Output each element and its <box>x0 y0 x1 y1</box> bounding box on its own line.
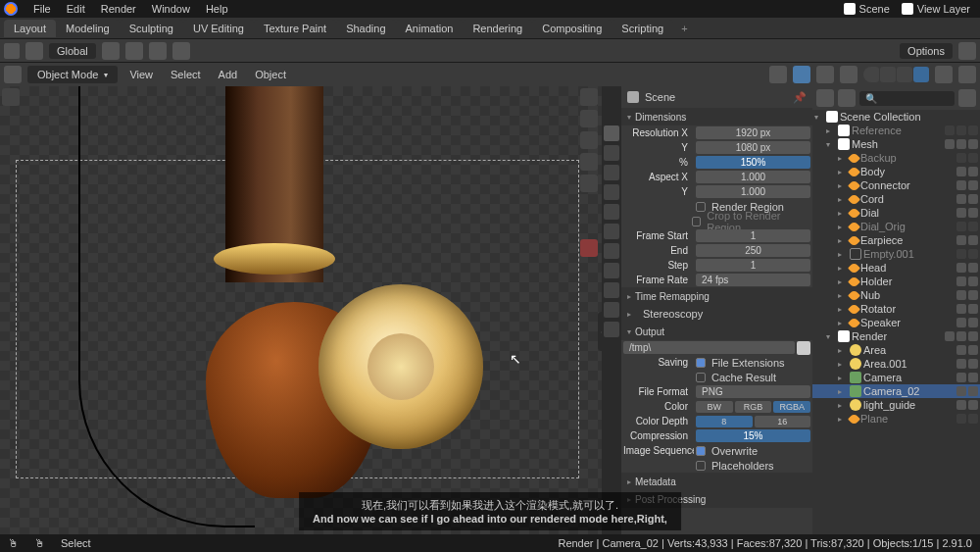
compression-field[interactable]: 15% <box>696 429 810 442</box>
eye-icon[interactable] <box>956 373 966 382</box>
prop-tab-physics-icon[interactable] <box>604 263 619 278</box>
section-output[interactable]: Output <box>621 323 812 340</box>
options-dropdown[interactable]: Options <box>900 43 953 59</box>
outliner-item[interactable]: Rotator <box>860 303 955 315</box>
outliner-item[interactable]: Area.001 <box>863 358 955 370</box>
tab-compositing[interactable]: Compositing <box>532 20 612 37</box>
panel-collapse-handle[interactable]: ◂ <box>598 312 602 351</box>
tab-rendering[interactable]: Rendering <box>463 20 532 37</box>
color-rgba-button[interactable]: RGBA <box>773 401 810 413</box>
render-toggle-icon[interactable] <box>968 180 978 190</box>
viewlayer-selector[interactable]: View Layer <box>896 3 976 15</box>
res-y-field[interactable]: 1080 px <box>696 141 810 154</box>
crop-region-checkbox[interactable] <box>692 217 701 226</box>
render-toggle-icon[interactable] <box>968 373 978 382</box>
pan-icon[interactable] <box>580 131 598 149</box>
render-toggle-icon[interactable] <box>968 414 978 424</box>
render-toggle-icon[interactable] <box>968 208 978 218</box>
eye-icon[interactable] <box>956 235 966 245</box>
tab-modeling[interactable]: Modeling <box>56 20 120 37</box>
overlay-dropdown-icon[interactable] <box>816 66 834 83</box>
tab-layout[interactable]: Layout <box>4 20 56 37</box>
eye-icon[interactable] <box>956 276 966 286</box>
outliner-item[interactable]: Holder <box>860 276 955 287</box>
view-menu[interactable]: View <box>123 69 159 80</box>
prop-tab-data-icon[interactable] <box>604 302 619 318</box>
section-dimensions[interactable]: Dimensions <box>621 108 812 125</box>
render-collection[interactable]: Render <box>852 330 943 342</box>
outliner-item[interactable]: Speaker <box>860 317 955 328</box>
menu-render[interactable]: Render <box>93 3 144 15</box>
scene-collection[interactable]: Scene Collection <box>840 111 978 123</box>
render-toggle-icon[interactable] <box>968 400 978 410</box>
aspect-y-field[interactable]: 1.000 <box>696 185 810 198</box>
prop-tab-world-icon[interactable] <box>604 204 619 220</box>
render-toggle-icon[interactable] <box>968 139 978 149</box>
menu-edit[interactable]: Edit <box>59 3 93 15</box>
menu-file[interactable]: File <box>25 3 59 15</box>
pct-field[interactable]: 150% <box>696 156 810 169</box>
editor-type-icon-2[interactable] <box>4 66 22 83</box>
eye-icon[interactable] <box>956 359 966 369</box>
render-toggle-icon[interactable] <box>968 276 978 286</box>
add-workspace-button[interactable]: + <box>673 23 695 34</box>
outliner-item[interactable]: Backup <box>860 152 955 164</box>
depth-8-button[interactable]: 8 <box>696 416 753 427</box>
tab-scripting[interactable]: Scripting <box>612 20 673 37</box>
outliner-item[interactable]: Nub <box>860 289 955 301</box>
outliner-item[interactable]: Camera <box>863 372 955 383</box>
pivot-point-icon[interactable] <box>102 42 120 60</box>
snap-icon[interactable] <box>125 42 143 60</box>
shading-solid-icon[interactable] <box>880 67 896 82</box>
render-toggle-icon[interactable] <box>968 222 978 231</box>
cache-result-checkbox[interactable] <box>696 373 706 382</box>
eye-icon[interactable] <box>956 180 966 190</box>
shading-rendered-icon[interactable] <box>913 67 929 82</box>
tab-animation[interactable]: Animation <box>396 20 464 37</box>
eye-icon[interactable] <box>956 139 966 149</box>
render-toggle-icon[interactable] <box>968 331 978 341</box>
exclude-icon[interactable] <box>945 331 955 341</box>
select-box-tool-icon[interactable] <box>2 88 20 106</box>
xray-icon[interactable] <box>840 66 858 83</box>
pin-icon[interactable]: 📌 <box>793 91 807 104</box>
eye-icon[interactable] <box>956 208 966 218</box>
camera-view-icon[interactable] <box>580 153 598 171</box>
nav-gizmo-icon[interactable] <box>580 88 598 106</box>
render-toggle-icon[interactable] <box>968 263 978 273</box>
snap-target-icon[interactable] <box>149 42 167 60</box>
tab-sculpting[interactable]: Sculpting <box>120 20 183 37</box>
outliner-item[interactable]: Earpiece <box>860 234 955 246</box>
prop-tab-render-icon[interactable] <box>604 125 619 141</box>
outliner-display-icon[interactable] <box>838 89 856 107</box>
tab-texture-paint[interactable]: Texture Paint <box>254 20 336 37</box>
outliner-item[interactable]: Cord <box>860 193 955 205</box>
gizmo-icon[interactable] <box>769 66 787 83</box>
menu-help[interactable]: Help <box>198 3 236 15</box>
outliner-type-icon[interactable] <box>816 89 834 107</box>
render-toggle-icon[interactable] <box>968 194 978 204</box>
eye-icon[interactable] <box>956 167 966 176</box>
eye-icon[interactable] <box>956 318 966 327</box>
overwrite-checkbox[interactable] <box>696 446 706 456</box>
outliner-item[interactable]: Dial_Orig <box>860 221 955 232</box>
eye-icon[interactable] <box>956 331 966 341</box>
frame-start-field[interactable]: 1 <box>696 229 810 242</box>
eye-icon[interactable] <box>956 125 966 135</box>
render-toggle-icon[interactable] <box>968 235 978 245</box>
section-time-remapping[interactable]: Time Remapping <box>621 287 812 305</box>
tab-shading[interactable]: Shading <box>336 20 395 37</box>
eye-icon[interactable] <box>956 153 966 163</box>
aspect-x-field[interactable]: 1.000 <box>696 171 810 183</box>
prop-tab-modifier-icon[interactable] <box>604 243 619 259</box>
prop-tab-material-icon[interactable] <box>604 322 619 337</box>
frame-rate-field[interactable]: 24 fps <box>696 274 810 286</box>
proportional-edit-icon[interactable] <box>172 42 190 60</box>
pause-render-icon[interactable] <box>958 66 976 83</box>
scene-selector[interactable]: Scene <box>838 3 896 15</box>
add-menu[interactable]: Add <box>213 69 244 80</box>
placeholders-checkbox[interactable] <box>696 461 706 471</box>
menu-window[interactable]: Window <box>144 3 198 15</box>
editor-type-icon[interactable] <box>4 43 20 59</box>
color-rgb-button[interactable]: RGB <box>735 401 772 413</box>
